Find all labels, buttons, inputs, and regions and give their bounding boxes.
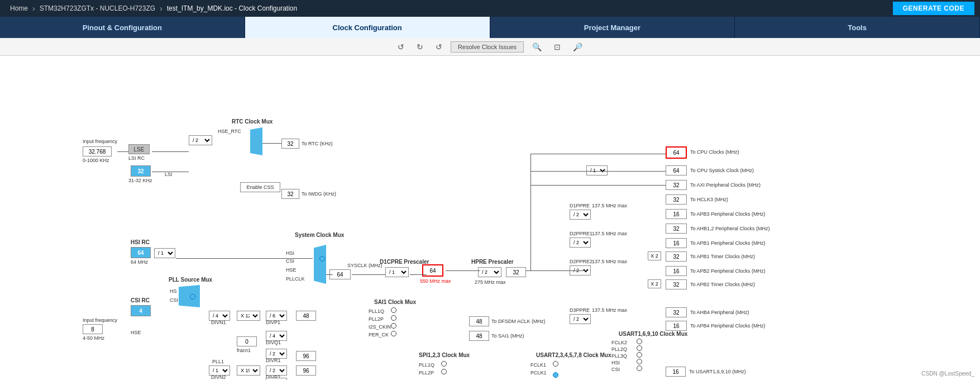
clock-diagram: Input frequency 32.768 0-1000 KHz LSE LS… <box>0 56 980 380</box>
csi-range-label: 4-50 MHz <box>83 335 104 341</box>
spi-pll1q-radio[interactable] <box>441 361 447 367</box>
usart16910-hsi-radio[interactable] <box>637 359 642 364</box>
iwdg-out-block[interactable]: 32 <box>281 189 299 199</box>
hpre-out-block[interactable]: 32 <box>506 267 526 277</box>
apb1-block[interactable]: 16 <box>666 238 687 248</box>
sai1-pll1q-radio[interactable] <box>391 307 396 313</box>
systick-hline <box>530 171 666 172</box>
axi-block[interactable]: 32 <box>666 180 687 190</box>
hsi-rc-label: HSI RC <box>131 239 150 245</box>
d1ppre-select[interactable]: / 2/ 1 <box>570 210 591 220</box>
spi-pll2p-radio[interactable] <box>441 369 447 374</box>
tab-clock[interactable]: Clock Configuration <box>245 17 490 38</box>
lse-rtc-hline <box>152 151 189 152</box>
pll1q2-label: PLL1Q <box>419 362 434 368</box>
apb4-block[interactable]: 32 <box>666 307 687 317</box>
apb4b-block[interactable]: 16 <box>666 321 687 331</box>
frac1-block[interactable]: 0 <box>237 336 257 346</box>
frac1-label: fracn1 <box>237 348 251 353</box>
sysclk-csi-radio[interactable] <box>319 256 325 262</box>
ahb12-block[interactable]: 32 <box>666 224 687 234</box>
sai1-out-label: To SAI1 (MHz) <box>491 333 524 339</box>
hpre-out-hline <box>526 270 586 271</box>
tab-project[interactable]: Project Manager <box>490 17 735 38</box>
hclk3-label: To HCLK3 (MHz) <box>690 197 728 202</box>
hpre-select[interactable]: / 2/ 1/ 4 <box>478 267 501 277</box>
sys-clk-mux-label: System Clock Mux <box>295 232 344 238</box>
hpre-max-label: 275 MHz max <box>475 279 506 285</box>
pll1q-label: PLL1Q <box>369 308 384 314</box>
rtc-div-select[interactable]: / 2 / 1 / 4 <box>189 135 212 145</box>
x12-select[interactable]: X 12X 8 <box>237 311 260 321</box>
redo-button[interactable]: ↻ <box>413 41 427 53</box>
tab-pinout[interactable]: Pinout & Configuration <box>0 17 245 38</box>
cpu-systick-block[interactable]: 64 <box>666 165 687 175</box>
pll2-out-block[interactable]: 96 <box>296 365 316 376</box>
lsi-range-label: 31-32 KHz <box>128 178 152 183</box>
d3ppre-select[interactable]: / 2/ 1 <box>570 314 591 324</box>
fit-button[interactable]: ⊡ <box>550 41 565 53</box>
usart16910-csi-radio[interactable] <box>637 365 642 371</box>
lsi-rc-label: LSI RC <box>128 155 145 161</box>
csi-mux-label: CSI <box>286 258 294 264</box>
zoom-in-button[interactable]: 🔍 <box>528 41 546 53</box>
usart2345678-pclk1-radio[interactable] <box>553 372 558 378</box>
usart-out-block[interactable]: 16 <box>666 367 686 377</box>
apb4-label: To AHB4 Peripheral (MHz) <box>690 310 749 315</box>
hsi-div-select[interactable]: / 1/ 2/ 4 <box>154 248 175 258</box>
tab-tools[interactable]: Tools <box>735 17 980 38</box>
hclk3-block[interactable]: 32 <box>666 194 687 205</box>
apb1-timer-block[interactable]: 32 <box>666 251 687 262</box>
dfsdm-block[interactable]: 48 <box>469 316 489 326</box>
cpu-clk-block[interactable]: 64 <box>666 146 687 159</box>
lse-range-label: 0-1000 KHz <box>83 158 109 163</box>
d2ppre1-max-label: 137.5 MHz max <box>592 231 627 236</box>
sai1-perck-radio[interactable] <box>391 331 396 336</box>
apb2-label: To APB2 Peripheral Clocks (MHz) <box>690 268 766 274</box>
usart2345678-fclk1-radio[interactable] <box>553 361 558 367</box>
apb2-timer-block[interactable]: 32 <box>666 279 687 289</box>
sai1-i2sckin-radio[interactable] <box>391 323 396 329</box>
breadcrumb-home[interactable]: Home <box>6 4 32 12</box>
rtc-out-block[interactable]: 32 <box>281 139 299 149</box>
usart16910-pll2q-radio[interactable] <box>637 345 642 351</box>
pll3q-label: PLL3Q <box>611 353 627 359</box>
pll1-p-block[interactable]: 48 <box>296 311 316 321</box>
x19-select[interactable]: X 19 <box>237 365 260 376</box>
sai1-mux-label: SAI1 Clock Mux <box>374 299 416 305</box>
enable-css-block[interactable]: Enable CSS <box>240 182 280 192</box>
sysclk-label: SYSCLK (MHz) <box>347 263 383 268</box>
sai1-pll2p-radio[interactable] <box>391 315 396 321</box>
dfsdm-label: To DFSDM ACLK (MHz) <box>491 319 546 324</box>
csi-input-block[interactable]: 8 <box>83 324 103 334</box>
pll1-r-block[interactable]: 96 <box>296 351 316 361</box>
d3ppre-max-label: 137.5 MHz max <box>592 307 627 313</box>
rtc-mux-shape <box>250 127 262 155</box>
usart16910-pll3q-radio[interactable] <box>637 352 642 358</box>
lsi-block: 32 <box>131 165 151 177</box>
generate-code-button[interactable]: GENERATE CODE <box>893 2 974 15</box>
undo-button[interactable]: ↺ <box>394 41 408 53</box>
d2ppre2-label: D2PPRE2 <box>570 259 592 264</box>
breadcrumb-file[interactable]: test_ITM_by_MDK.ioc - Clock Configuratio… <box>162 4 302 12</box>
resolve-clock-button[interactable]: Resolve Clock Issues <box>451 41 524 53</box>
d1cpre-select[interactable]: / 1/ 2 <box>385 267 409 277</box>
div1-top-select[interactable]: / 1 <box>586 165 608 175</box>
apb4b-label: To APB4 Peripheral Clocks (MHz) <box>690 323 766 329</box>
divm2-val-block[interactable]: 608 <box>266 378 287 380</box>
zoom-out-button[interactable]: 🔎 <box>569 41 586 53</box>
breadcrumb-device[interactable]: STM32H723ZGTx - NUCLEO-H723ZG <box>35 4 160 12</box>
lse-freq-block[interactable]: 32.768 <box>83 146 112 156</box>
reset-button[interactable]: ↺ <box>432 41 446 53</box>
pll-source-radio[interactable] <box>190 294 195 300</box>
pll-mux-shape <box>179 285 200 307</box>
usart16910-fclk2-radio[interactable] <box>637 339 642 344</box>
sai1-out-block[interactable]: 48 <box>469 331 489 341</box>
apb3-block[interactable]: 16 <box>666 209 687 219</box>
apb2-timer-label: To APB2 Timer Clocks (MHz) <box>690 282 755 287</box>
csi-usart-label: CSI <box>611 367 620 372</box>
hse-rtc-label: HSE_RTC <box>218 129 241 134</box>
lsi-rtc-hline <box>152 172 189 172</box>
apb2-block[interactable]: 16 <box>666 266 687 276</box>
d2ppre1-select[interactable]: / 2/ 1 <box>570 238 591 248</box>
